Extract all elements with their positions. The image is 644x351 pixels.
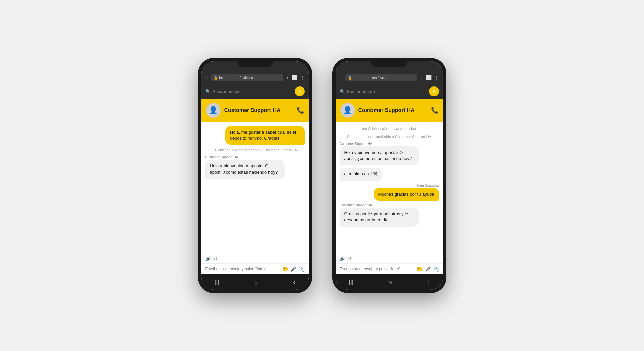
notch-2 [371, 58, 408, 67]
chat-header-1: 👤 Customer Support HA 📞 [201, 99, 309, 122]
home-icon-2[interactable]: ⌂ [340, 74, 343, 81]
nav-bar-1: ||| ○ ‹ [201, 274, 309, 290]
tab-switch-icon-2[interactable]: ⬜ [426, 75, 432, 80]
search-input-area-2[interactable]: 🔍 Buscar equipo [340, 89, 426, 94]
new-tab-icon-2[interactable]: + [420, 75, 423, 80]
system-msg-2a: bot O bot está reenviando el chat [340, 126, 439, 131]
sender-label-2c: Customer Support HA [340, 203, 439, 207]
phone-1-inner: ⌂ 🔒 betobet.com/cl/live-c + ⬜ ⋮ 🔍 Buscar… [201, 61, 309, 290]
user-avatar-icon-2: 👤 [343, 106, 352, 115]
sender-label-2b: Ivan Gonzalez [417, 184, 439, 187]
phone-2: ⌂ 🔒 betobet.com/cl/live-c + ⬜ ⋮ 🔍 Buscar… [332, 58, 446, 293]
refresh-icon-1[interactable]: ↺ [214, 256, 218, 261]
input-icons-2: 🙂 🎤 📎 [416, 266, 439, 272]
chevron-down-icon: ∨ [298, 89, 301, 94]
chat-bottom-icons-1: 🔊 ↺ [205, 256, 218, 261]
search-bar-2: 🔍 Buscar equipo ∨ [336, 84, 443, 99]
chat-bottom-bar-2: 🔊 ↺ [336, 254, 443, 263]
msg-outgoing-1: Hola, me gustaría saber cual es el depós… [225, 126, 305, 145]
mic-icon-1[interactable]: 🎤 [291, 266, 296, 272]
phone-call-icon-1[interactable]: 📞 [297, 107, 304, 114]
chat-bottom-bar-1: 🔊 ↺ [201, 254, 309, 263]
search-placeholder-1: Buscar equipo [213, 89, 241, 94]
speaker-icon-2[interactable]: 🔊 [340, 256, 345, 261]
phone-2-inner: ⌂ 🔒 betobet.com/cl/live-c + ⬜ ⋮ 🔍 Buscar… [336, 61, 443, 290]
msg-incoming-2c: Gracias por llegar a nosotros y le desea… [340, 208, 419, 227]
msg-group-incoming-1: Customer Support HA Hola y bienvenido a … [205, 155, 305, 179]
chat-area-2: 👤 Customer Support HA 📞 bot O bot está r… [336, 99, 443, 274]
nav-recent-apps-icon-2[interactable]: ||| [349, 279, 354, 286]
message-input-row-2: 🙂 🎤 📎 [336, 263, 443, 274]
address-bar-2[interactable]: 🔒 betobet.com/cl/live-c [345, 74, 417, 81]
nav-back-icon-2[interactable]: ‹ [428, 279, 430, 286]
attach-icon-2[interactable]: 📎 [433, 266, 439, 272]
browser-actions-1: + ⬜ ⋮ [286, 75, 304, 80]
message-input-2[interactable] [340, 267, 416, 271]
nav-bar-2: ||| ○ ‹ [336, 274, 443, 290]
user-avatar-icon: 👤 [209, 106, 218, 115]
menu-icon-2[interactable]: ⋮ [434, 75, 439, 80]
attach-icon-1[interactable]: 📎 [299, 266, 305, 272]
msg-incoming-2a: Hola y bienvenido a apostar O apost, ¿có… [340, 146, 419, 165]
nav-back-icon[interactable]: ‹ [293, 279, 295, 286]
lock-icon: 🔒 [214, 76, 218, 80]
msg-group-incoming-2a: Customer Support HA Hola y bienvenido a … [340, 142, 439, 165]
refresh-icon-2[interactable]: ↺ [348, 256, 352, 261]
chat-bottom-icons-2: 🔊 ↺ [340, 256, 352, 261]
avatar-2: 👤 [340, 103, 355, 118]
messages-1: Hola, me gustaría saber cual es el depós… [201, 122, 309, 254]
search-placeholder-2: Buscar equipo [347, 89, 375, 94]
message-input-1[interactable] [205, 267, 282, 271]
msg-outgoing-2: Muchas gracias por tu ayuda [374, 188, 439, 201]
system-msg-2b: Su chat ha sido transferido a Customer S… [340, 134, 439, 139]
search-bar-1: 🔍 Buscar equipo ∨ [201, 84, 309, 99]
search-dropdown-button-2[interactable]: ∨ [429, 86, 439, 96]
speaker-icon-1[interactable]: 🔊 [205, 256, 211, 261]
phone-1: ⌂ 🔒 betobet.com/cl/live-c + ⬜ ⋮ 🔍 Buscar… [198, 58, 312, 293]
search-input-area-1[interactable]: 🔍 Buscar equipo [205, 89, 292, 94]
emoji-icon-2[interactable]: 🙂 [416, 266, 422, 272]
input-icons-1: 🙂 🎤 📎 [282, 266, 305, 272]
url-text: betobet.com/cl/live-c [219, 76, 253, 80]
msg-group-outgoing-2: Ivan Gonzalez Muchas gracias por tu ayud… [340, 184, 439, 201]
chevron-down-icon-2: ∨ [432, 89, 435, 94]
msg-incoming-1: Hola y bienvenido a apostar O apost, ¿có… [205, 160, 285, 179]
mic-icon-2[interactable]: 🎤 [425, 266, 431, 272]
msg-group-incoming-2c: Customer Support HA Gracias por llegar a… [340, 203, 439, 227]
msg-incoming-2b: el mínimo es 10$ [340, 168, 382, 181]
emoji-icon-1[interactable]: 🙂 [282, 266, 288, 272]
tab-switch-icon[interactable]: ⬜ [292, 75, 297, 80]
nav-recent-apps-icon[interactable]: ||| [215, 279, 219, 286]
chat-header-2: 👤 Customer Support HA 📞 [336, 99, 443, 122]
menu-icon[interactable]: ⋮ [300, 75, 305, 80]
url-text-2: betobet.com/cl/live-c [353, 76, 387, 80]
messages-2: bot O bot está reenviando el chat Su cha… [336, 122, 443, 254]
search-icon-2: 🔍 [340, 89, 345, 94]
chat-header-name-1: Customer Support HA [224, 107, 293, 113]
sender-label-1: Customer Support HA [205, 155, 305, 159]
lock-icon-2: 🔒 [348, 76, 352, 80]
message-input-row-1: 🙂 🎤 📎 [201, 263, 309, 274]
new-tab-icon[interactable]: + [286, 75, 289, 80]
chat-area-1: 👤 Customer Support HA 📞 Hola, me gustarí… [201, 99, 309, 274]
nav-home-icon-2[interactable]: ○ [389, 279, 392, 286]
sender-label-2a: Customer Support HA [340, 142, 439, 146]
phone-call-icon-2[interactable]: 📞 [431, 107, 438, 114]
search-icon: 🔍 [205, 89, 211, 94]
search-dropdown-button-1[interactable]: ∨ [295, 86, 305, 96]
browser-actions-2: + ⬜ ⋮ [420, 75, 439, 80]
nav-home-icon[interactable]: ○ [254, 279, 258, 286]
notch-1 [237, 58, 274, 67]
avatar-1: 👤 [206, 103, 221, 118]
address-bar-1[interactable]: 🔒 betobet.com/cl/live-c [211, 74, 283, 81]
chat-header-name-2: Customer Support HA [358, 107, 428, 113]
home-icon[interactable]: ⌂ [205, 74, 209, 81]
system-msg-1: Su chat ha sido transferido a Customer S… [205, 147, 305, 153]
